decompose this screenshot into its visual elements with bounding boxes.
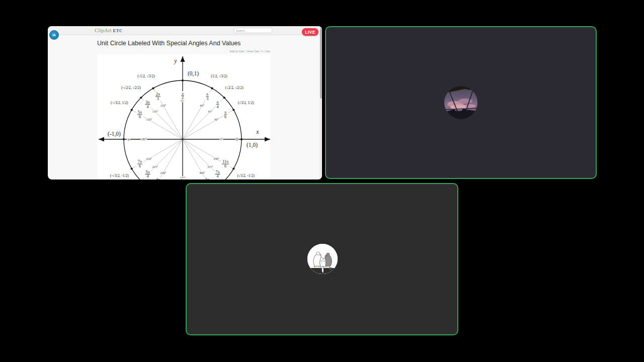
svg-text:135°: 135° <box>152 110 158 113</box>
participant-avatar-rats-drawing <box>307 244 338 274</box>
participant-video-tile-bottom[interactable] <box>186 183 458 335</box>
svg-text:7π: 7π <box>138 159 142 164</box>
scrollbar-track <box>319 26 322 179</box>
site-header: ClipArt ETC <box>48 26 322 35</box>
svg-text:3: 3 <box>157 97 159 101</box>
svg-text:π: π <box>127 137 130 142</box>
site-logo-primary: ClipArt <box>95 27 112 33</box>
svg-text:2: 2 <box>182 96 184 100</box>
svg-text:180°: 180° <box>141 138 147 141</box>
action-link[interactable]: Info <box>265 50 270 53</box>
unit-circle-figure: xy0°30°45°60°90°120°135°150°180°210°225°… <box>97 54 270 179</box>
svg-text:(-√3/2, -1/2): (-√3/2, -1/2) <box>110 173 129 178</box>
svg-text:315°: 315° <box>207 165 213 168</box>
svg-text:6: 6 <box>139 164 141 168</box>
participant-avatar-sunset-photo <box>444 86 477 119</box>
svg-text:60°: 60° <box>200 104 204 107</box>
svg-text:π: π <box>216 100 218 105</box>
scrollbar-thumb[interactable] <box>320 28 322 99</box>
svg-text:π: π <box>224 110 226 115</box>
action-links: Add to Cart|View Cart ⇗|Info <box>97 50 270 53</box>
site-logo-secondary: ETC <box>113 28 122 33</box>
action-link[interactable]: Add to Cart <box>229 50 244 53</box>
svg-text:4: 4 <box>216 105 218 109</box>
svg-text:π: π <box>206 92 208 97</box>
site-logo[interactable]: ClipArt ETC <box>95 27 123 33</box>
svg-text:45°: 45° <box>208 110 212 113</box>
svg-text:240°: 240° <box>160 171 167 174</box>
svg-text:(-1,0): (-1,0) <box>108 131 121 137</box>
svg-text:4π: 4π <box>156 177 160 179</box>
svg-text:y: y <box>174 57 177 64</box>
svg-text:0: 0 <box>236 137 238 142</box>
svg-text:300°: 300° <box>199 171 205 174</box>
link-separator: | <box>264 50 265 53</box>
svg-text:4: 4 <box>147 105 149 109</box>
svg-text:210°: 210° <box>146 157 152 160</box>
svg-text:30°: 30° <box>214 118 219 121</box>
svg-text:(-√3/2, 1/2): (-√3/2, 1/2) <box>111 101 128 105</box>
svg-text:(-√2/2, √2/2): (-√2/2, √2/2) <box>121 85 141 90</box>
svg-text:4: 4 <box>147 174 149 178</box>
svg-text:π: π <box>182 92 184 96</box>
svg-text:6: 6 <box>224 164 226 168</box>
svg-text:x: x <box>256 128 259 135</box>
svg-text:0°: 0° <box>220 138 223 141</box>
svg-text:3: 3 <box>206 97 208 101</box>
svg-text:2π: 2π <box>156 92 160 97</box>
svg-text:5π: 5π <box>205 177 209 179</box>
svg-text:6: 6 <box>224 115 226 119</box>
svg-text:3π: 3π <box>145 100 149 105</box>
svg-text:6: 6 <box>139 115 141 119</box>
svg-text:(√3/2, -1/2): (√3/2, -1/2) <box>237 173 255 178</box>
svg-text:120°: 120° <box>160 104 167 107</box>
page-title: Unit Circle Labeled With Special Angles … <box>97 40 240 47</box>
svg-text:(0,1): (0,1) <box>188 70 199 77</box>
action-link[interactable]: View Cart ⇗ <box>247 50 263 53</box>
search-input[interactable] <box>234 28 272 33</box>
participant-video-tile-top-right[interactable] <box>325 26 597 179</box>
svg-text:3π: 3π <box>181 178 185 179</box>
presenter-cursor-badge: iA <box>49 30 59 40</box>
svg-text:(1,0): (1,0) <box>247 142 258 148</box>
svg-text:5π: 5π <box>138 110 142 115</box>
svg-text:(√3/2, 1/2): (√3/2, 1/2) <box>238 101 255 105</box>
sunset-avatar-illustration <box>444 86 477 119</box>
svg-text:(-1/2, √3/2): (-1/2, √3/2) <box>137 74 155 78</box>
svg-text:5π: 5π <box>145 170 149 174</box>
svg-text:11π: 11π <box>222 159 228 164</box>
svg-text:330°: 330° <box>213 157 219 160</box>
svg-text:150°: 150° <box>146 118 152 121</box>
svg-text:4: 4 <box>216 174 218 178</box>
shared-screen-tile[interactable]: ClipArt ETC Unit Circle Labeled With Spe… <box>48 26 322 179</box>
svg-text:225°: 225° <box>152 165 158 168</box>
svg-text:(1/2, √3/2): (1/2, √3/2) <box>211 74 228 78</box>
live-status-badge: LIVE <box>302 28 318 36</box>
unit-circle-image: xy0°30°45°60°90°120°135°150°180°210°225°… <box>97 54 270 179</box>
svg-text:(√2/2, √2/2): (√2/2, √2/2) <box>225 85 244 90</box>
rats-avatar-illustration <box>307 244 338 274</box>
link-separator: | <box>245 50 246 53</box>
meeting-stage: { "colors": { "canvas_bg": "#000000", "c… <box>0 0 644 362</box>
svg-text:7π: 7π <box>215 170 219 174</box>
